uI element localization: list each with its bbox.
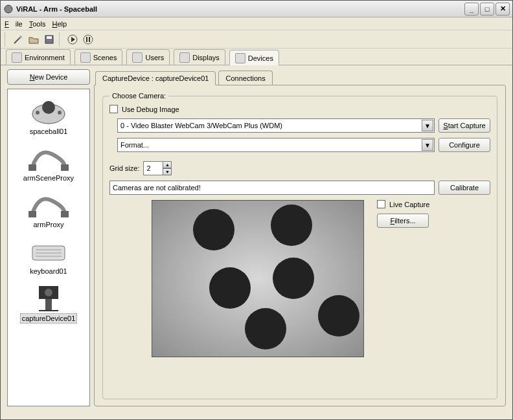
choose-camera-group: Choose Camera: Use Debug Image 0 - Video… — [102, 92, 497, 399]
device-icon — [235, 53, 245, 63]
device-sidebar: New Device spaceball01 armSceneProxy arm… — [7, 69, 90, 406]
svg-point-27 — [209, 267, 251, 309]
calibrate-button[interactable]: Calibrate — [439, 181, 490, 195]
device-list[interactable]: spaceball01 armSceneProxy armProxy keybo… — [7, 89, 90, 406]
svg-point-30 — [318, 295, 359, 337]
svg-rect-12 — [28, 164, 36, 171]
svg-point-1 — [19, 36, 22, 38]
app-icon — [3, 4, 14, 14]
tab-environment[interactable]: Environment — [6, 49, 71, 65]
capture-device-panel: Choose Camera: Use Debug Image 0 - Video… — [94, 85, 506, 406]
svg-rect-13 — [61, 164, 69, 171]
camera-select[interactable]: 0 - Video Blaster WebCam 3/WebCam Plus (… — [117, 118, 435, 133]
list-item[interactable]: armProxy — [8, 185, 89, 232]
save-icon[interactable] — [42, 32, 56, 47]
tab-connections[interactable]: Connections — [218, 71, 272, 85]
display-icon — [179, 52, 190, 63]
folder-open-icon[interactable] — [27, 32, 41, 47]
spin-up-icon[interactable]: ▲ — [163, 161, 172, 168]
camera-preview — [152, 200, 364, 357]
svg-point-10 — [36, 111, 40, 115]
device-label: armProxy — [32, 220, 65, 229]
titlebar: ViRAL - Arm - Spaceball _ □ ✕ — [1, 1, 512, 17]
live-capture-label: Live Capture — [389, 201, 429, 208]
svg-rect-6 — [86, 37, 87, 42]
list-item[interactable]: spaceball01 — [8, 92, 89, 138]
svg-point-21 — [45, 289, 52, 296]
group-legend: Choose Camera: — [109, 92, 168, 100]
globe-icon — [12, 52, 22, 63]
new-device-button[interactable]: New Device — [7, 69, 90, 85]
svg-point-5 — [84, 35, 93, 44]
menu-tools[interactable]: Tools — [29, 20, 46, 28]
start-capture-button[interactable]: Start Capture — [439, 118, 490, 133]
spin-down-icon[interactable]: ▼ — [163, 168, 172, 175]
scene-icon — [80, 52, 91, 63]
grid-size-spinner[interactable]: ▲▼ — [143, 161, 172, 175]
close-button[interactable]: ✕ — [496, 3, 510, 16]
svg-point-9 — [42, 101, 55, 114]
svg-rect-3 — [47, 36, 52, 39]
format-select[interactable]: Format... ▼ — [117, 138, 435, 152]
device-label: captureDevice01 — [20, 313, 78, 324]
calibration-status — [109, 181, 435, 195]
dropdown-arrow-icon: ▼ — [422, 139, 433, 151]
svg-point-26 — [271, 204, 312, 246]
tab-users[interactable]: Users — [126, 49, 170, 65]
wand-icon[interactable] — [11, 32, 25, 47]
svg-point-25 — [193, 209, 234, 250]
svg-rect-22 — [45, 299, 52, 311]
device-detail: CaptureDevice : captureDevice01 Connecti… — [94, 69, 506, 406]
menu-file[interactable]: File — [5, 20, 23, 28]
svg-point-0 — [5, 5, 12, 13]
tab-displays[interactable]: Displays — [174, 49, 225, 65]
window-title: ViRAL - Arm - Spaceball — [16, 5, 464, 13]
dropdown-arrow-icon: ▼ — [422, 120, 433, 131]
list-item[interactable]: keyboard01 — [8, 232, 89, 278]
configure-button[interactable]: Configure — [439, 138, 490, 152]
list-item[interactable]: armSceneProxy — [8, 138, 89, 185]
live-capture-checkbox[interactable] — [377, 200, 385, 208]
main-tabs: Environment Scenes Users Displays Device… — [1, 49, 512, 65]
device-label: keyboard01 — [28, 267, 69, 276]
device-label: spaceball01 — [28, 127, 69, 136]
menu-help[interactable]: Help — [52, 20, 67, 28]
svg-rect-7 — [89, 37, 90, 42]
svg-point-29 — [245, 308, 286, 349]
menubar: File Tools Help — [1, 17, 512, 30]
app-window: ViRAL - Arm - Spaceball _ □ ✕ File Tools… — [0, 0, 513, 420]
detail-tabs: CaptureDevice : captureDevice01 Connecti… — [94, 69, 506, 85]
svg-point-28 — [273, 258, 314, 299]
filters-button[interactable]: Filters... — [377, 214, 429, 228]
maximize-button[interactable]: □ — [480, 3, 494, 16]
device-label: armSceneProxy — [22, 173, 75, 182]
toolbar — [1, 30, 512, 49]
list-item[interactable]: captureDevice01 — [8, 278, 89, 326]
play-icon[interactable] — [65, 32, 80, 47]
main-area: New Device spaceball01 armSceneProxy arm… — [1, 65, 512, 419]
tab-devices[interactable]: Devices — [229, 50, 279, 65]
grid-size-label: Grid size: — [109, 164, 139, 172]
use-debug-image-label: Use Debug Image — [122, 105, 179, 113]
tab-scenes[interactable]: Scenes — [74, 49, 123, 65]
svg-point-11 — [58, 111, 62, 115]
users-icon — [132, 52, 142, 63]
pause-icon[interactable] — [81, 32, 95, 47]
minimize-button[interactable]: _ — [464, 3, 479, 16]
use-debug-image-checkbox[interactable] — [109, 105, 118, 113]
svg-rect-15 — [61, 211, 69, 217]
grid-size-input[interactable] — [143, 161, 163, 175]
tab-capture-device[interactable]: CaptureDevice : captureDevice01 — [95, 71, 216, 85]
svg-rect-14 — [28, 211, 36, 217]
